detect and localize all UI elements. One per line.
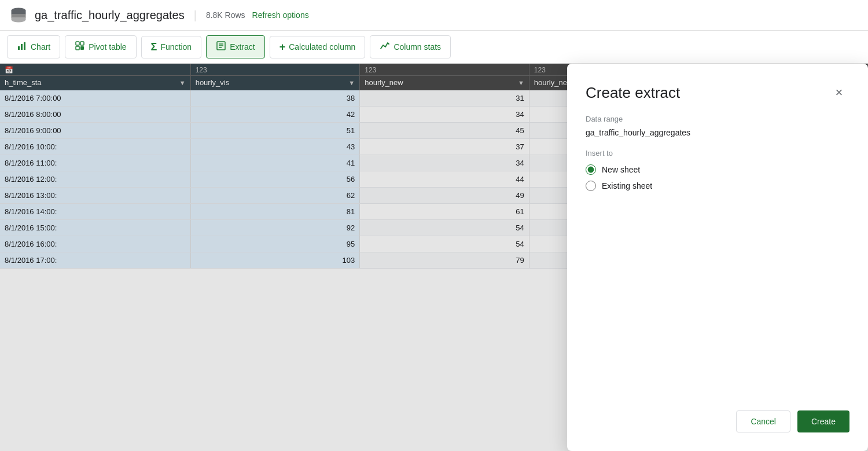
- data-range-section: Data range ga_traffic_hourly_aggregates: [586, 115, 849, 137]
- calc-col-label: Calculated column: [289, 42, 355, 52]
- svg-rect-6: [76, 46, 79, 50]
- chart-button[interactable]: Chart: [7, 35, 60, 58]
- header: ga_traffic_hourly_aggregates | 8.8K Rows…: [0, 0, 868, 31]
- main-area: 📅 h_time_sta ▼ 123 hourly_vis: [0, 64, 868, 451]
- svg-rect-2: [21, 44, 23, 50]
- row-count: 8.8K Rows: [206, 10, 245, 20]
- extract-icon: [216, 41, 226, 53]
- header-divider: |: [194, 9, 197, 22]
- pivot-icon: [75, 41, 85, 53]
- dialog-footer: Cancel Create: [586, 399, 849, 432]
- create-extract-dialog: Create extract × Data range ga_traffic_h…: [567, 64, 868, 451]
- existing-sheet-option[interactable]: Existing sheet: [586, 181, 849, 191]
- chart-label: Chart: [31, 42, 50, 52]
- dialog-header: Create extract ×: [586, 82, 849, 103]
- column-stats-button[interactable]: Column stats: [370, 35, 451, 58]
- svg-rect-3: [24, 42, 25, 50]
- new-sheet-option[interactable]: New sheet: [586, 164, 849, 175]
- data-range-value: ga_traffic_hourly_aggregates: [586, 128, 849, 137]
- database-icon: [9, 6, 28, 24]
- insert-radio-group: New sheet Existing sheet: [586, 164, 849, 191]
- svg-rect-5: [80, 42, 84, 45]
- extract-label: Extract: [230, 42, 255, 52]
- svg-rect-1: [18, 46, 20, 50]
- pivot-label: Pivot table: [89, 42, 126, 52]
- insert-to-label: Insert to: [586, 149, 849, 157]
- cancel-button[interactable]: Cancel: [736, 410, 790, 432]
- calculated-column-button[interactable]: + Calculated column: [270, 36, 366, 58]
- svg-rect-7: [80, 46, 84, 50]
- new-sheet-label: New sheet: [602, 165, 640, 174]
- insert-to-section: Insert to New sheet Existing sheet: [586, 149, 849, 191]
- dialog-overlay: Create extract × Data range ga_traffic_h…: [0, 64, 868, 451]
- col-stats-icon: [380, 41, 390, 53]
- data-range-label: Data range: [586, 115, 849, 123]
- svg-rect-4: [76, 42, 79, 45]
- close-dialog-button[interactable]: ×: [829, 82, 849, 103]
- function-button[interactable]: Σ Function: [141, 36, 202, 58]
- existing-sheet-radio[interactable]: [586, 181, 596, 191]
- toolbar: Chart Pivot table Σ Function Extract + C…: [0, 31, 868, 64]
- existing-sheet-label: Existing sheet: [602, 181, 652, 190]
- refresh-link[interactable]: Refresh options: [252, 10, 309, 20]
- function-icon: Σ: [151, 41, 157, 53]
- col-stats-label: Column stats: [393, 42, 441, 52]
- chart-icon: [17, 41, 27, 53]
- function-label: Function: [160, 42, 192, 52]
- new-sheet-radio[interactable]: [586, 164, 596, 175]
- create-button[interactable]: Create: [797, 410, 849, 432]
- page-title: ga_traffic_hourly_aggregates: [35, 9, 185, 22]
- pivot-table-button[interactable]: Pivot table: [65, 35, 136, 58]
- calc-col-icon: +: [279, 41, 286, 53]
- extract-button[interactable]: Extract: [206, 35, 265, 58]
- dialog-title: Create extract: [586, 84, 680, 102]
